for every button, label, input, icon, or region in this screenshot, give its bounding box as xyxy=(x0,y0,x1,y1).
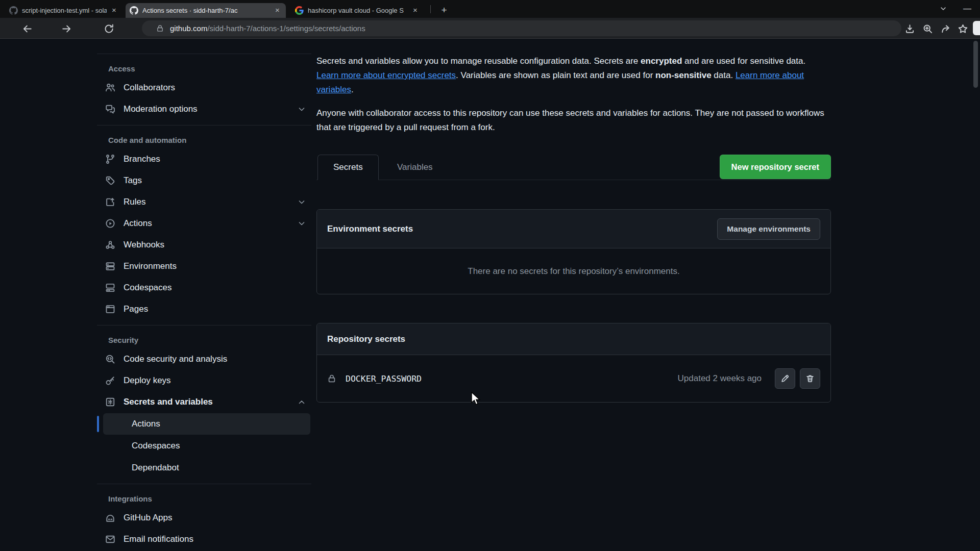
browser-icon xyxy=(104,304,116,314)
profile-avatar[interactable] xyxy=(973,21,980,35)
repository-secrets-box: Repository secrets DOCKER_PASSWORD Updat… xyxy=(316,323,831,403)
browser-toolbar: github.com/sidd-harth-7/actions-1/settin… xyxy=(0,18,980,39)
sidebar-item-moderation-options[interactable]: Moderation options xyxy=(97,98,311,120)
address-bar[interactable]: github.com/sidd-harth-7/actions-1/settin… xyxy=(142,20,901,36)
minimize-button[interactable]: — xyxy=(961,2,974,15)
sidebar-item-webhooks[interactable]: Webhooks xyxy=(97,234,311,256)
zoom-button[interactable] xyxy=(921,22,934,35)
sidebar-item-secrets-variables[interactable]: Secrets and variables xyxy=(97,391,311,413)
star-icon xyxy=(958,23,968,34)
download-icon xyxy=(904,23,915,34)
browser-tab-3[interactable]: hashicorp vault cloud - Google S × xyxy=(291,3,424,18)
sidebar-item-codespaces[interactable]: Codespaces xyxy=(97,277,311,298)
sidebar-subitem-codespaces[interactable]: Codespaces xyxy=(103,435,310,457)
sidebar-subitem-dependabot[interactable]: Dependabot xyxy=(103,457,310,479)
active-nav-accent-bar xyxy=(97,416,99,432)
sidebar-item-actions[interactable]: Actions xyxy=(97,213,311,234)
play-icon xyxy=(104,218,116,229)
sidebar-subitem-label: Codespaces xyxy=(132,441,180,451)
arrow-right-icon xyxy=(61,23,72,34)
url-path: /sidd-harth-7/actions-1/settings/secrets… xyxy=(207,24,365,33)
close-tab-icon[interactable]: × xyxy=(411,6,420,15)
key-asterisk-icon xyxy=(104,397,116,407)
secret-name: DOCKER_PASSWORD xyxy=(346,374,422,384)
sidebar-item-label: Rules xyxy=(124,197,145,207)
delete-secret-button[interactable] xyxy=(800,368,820,389)
webhook-icon xyxy=(104,240,116,250)
page-scrollbar[interactable] xyxy=(973,41,978,88)
mail-icon xyxy=(104,534,116,544)
chevron-down-icon xyxy=(297,197,306,207)
divider xyxy=(97,54,311,54)
sidebar-item-branches[interactable]: Branches xyxy=(97,148,311,170)
new-repository-secret-button[interactable]: New repository secret xyxy=(720,155,831,179)
sidebar-item-label: Code security and analysis xyxy=(124,354,227,364)
reload-icon xyxy=(104,23,114,34)
secret-updated-timestamp: Updated 2 weeks ago xyxy=(678,373,762,384)
chevron-down-icon xyxy=(939,5,947,13)
intro-text-segment: Secrets and variables allow you to manag… xyxy=(316,56,641,66)
divider xyxy=(97,484,311,484)
new-tab-button[interactable]: + xyxy=(437,4,451,18)
github-favicon xyxy=(130,6,138,15)
trash-icon xyxy=(805,374,815,383)
rules-icon xyxy=(104,197,116,207)
back-button[interactable] xyxy=(20,22,34,35)
sidebar-item-github-apps[interactable]: GitHub Apps xyxy=(97,507,311,529)
people-icon xyxy=(104,83,116,93)
arrow-left-icon xyxy=(22,23,33,34)
sidebar-item-deploy-keys[interactable]: Deploy keys xyxy=(97,370,311,391)
sidebar-item-label: Branches xyxy=(124,154,160,164)
tab-title: Actions secrets · sidd-harth-7/ac xyxy=(142,7,270,14)
intro-paragraph-1: Secrets and variables allow you to manag… xyxy=(316,54,827,97)
browser-tab-1[interactable]: script-injection-test.yml - solar-s × xyxy=(5,3,122,18)
sidebar-section-access: Access xyxy=(97,59,311,77)
close-tab-icon[interactable]: × xyxy=(110,6,118,15)
sidebar-item-tags[interactable]: Tags xyxy=(97,170,311,191)
close-tab-icon[interactable]: × xyxy=(273,6,282,15)
code-scan-icon xyxy=(104,354,116,364)
sidebar-section-integrations: Integrations xyxy=(97,489,311,507)
intro-bold-encrypted: encrypted xyxy=(641,56,682,66)
sidebar-subitem-label: Dependabot xyxy=(132,463,179,473)
sidebar-item-collaborators[interactable]: Collaborators xyxy=(97,77,311,98)
tab-variables[interactable]: Variables xyxy=(382,155,448,180)
sidebar-item-email-notifications[interactable]: Email notifications xyxy=(97,529,311,550)
download-button[interactable] xyxy=(903,22,916,35)
share-button[interactable] xyxy=(939,22,952,35)
intro-bold-non-sensitive: non-sensitive xyxy=(655,70,712,80)
sidebar-item-label: Collaborators xyxy=(124,83,175,93)
environment-secrets-empty-message: There are no secrets for this repository… xyxy=(317,248,830,294)
hubot-icon xyxy=(104,513,116,523)
reload-button[interactable] xyxy=(102,22,115,35)
link-encrypted-secrets[interactable]: Learn more about encrypted secrets xyxy=(316,70,456,80)
sidebar-item-label: Environments xyxy=(124,261,177,271)
git-branch-icon xyxy=(104,154,116,164)
chevron-down-icon xyxy=(297,105,306,114)
manage-environments-button[interactable]: Manage environments xyxy=(717,218,820,240)
settings-sidebar: Access Collaborators Moderation options … xyxy=(97,48,311,550)
url-domain: github.com xyxy=(170,24,207,33)
bookmark-button[interactable] xyxy=(956,22,969,35)
intro-paragraph-2: Anyone with collaborator access to this … xyxy=(316,106,827,135)
forward-button[interactable] xyxy=(60,22,73,35)
tab-title: hashicorp vault cloud - Google S xyxy=(308,7,408,14)
intro-text-segment: . xyxy=(351,85,354,94)
key-icon xyxy=(104,375,116,386)
tab-search-button[interactable] xyxy=(937,2,950,15)
sidebar-item-pages[interactable]: Pages xyxy=(97,298,311,320)
tab-secrets-active[interactable]: Secrets xyxy=(317,155,379,180)
sidebar-subitem-actions-current[interactable]: Actions xyxy=(103,413,310,435)
environment-secrets-box: Environment secrets Manage environments … xyxy=(316,209,831,294)
url-text: github.com/sidd-harth-7/actions-1/settin… xyxy=(170,24,365,33)
environment-secrets-header: Environment secrets Manage environments xyxy=(317,210,830,248)
share-icon xyxy=(940,23,951,34)
chevron-down-icon xyxy=(297,219,306,228)
server-icon xyxy=(104,261,116,271)
intro-text: Secrets and variables allow you to manag… xyxy=(316,54,827,135)
sidebar-item-environments[interactable]: Environments xyxy=(97,256,311,277)
sidebar-item-rules[interactable]: Rules xyxy=(97,191,311,213)
sidebar-item-code-security[interactable]: Code security and analysis xyxy=(97,348,311,370)
edit-secret-button[interactable] xyxy=(775,368,795,389)
browser-tab-2-active[interactable]: Actions secrets · sidd-harth-7/ac × xyxy=(126,3,286,18)
